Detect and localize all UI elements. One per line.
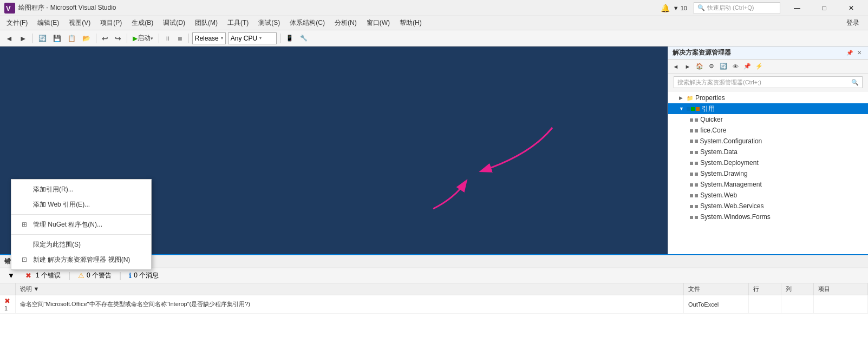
context-menu-sep-2 xyxy=(11,234,151,235)
error-filter-messages[interactable]: ℹ 0 个消息 xyxy=(126,270,162,281)
menu-test[interactable]: 测试(S) xyxy=(254,17,284,29)
notification-icon[interactable]: 🔔 xyxy=(661,4,670,12)
solution-filter-button[interactable]: ⚡ xyxy=(754,61,765,72)
platform-dropdown-arrow: ▾ xyxy=(259,36,262,41)
error-row-desc: 命名空间"Microsoft.Office"中不存在类型或命名空间名称"Inte… xyxy=(15,295,684,314)
tree-item-sysdraw[interactable]: System.Drawing xyxy=(668,168,868,179)
solution-search-icon: 🔍 xyxy=(851,79,859,86)
refresh-button[interactable]: 🔄 xyxy=(36,32,49,45)
references-icon xyxy=(687,107,700,111)
solution-search-placeholder: 搜索解决方案资源管理器(Ctrl+;) xyxy=(677,78,851,87)
ref-syswebsvc-icon xyxy=(690,202,698,210)
solution-explorer-title: 解决方案资源管理器 xyxy=(673,48,731,57)
col-file-header[interactable]: 文件 xyxy=(684,283,749,295)
solution-back-button[interactable]: ◄ xyxy=(670,61,681,72)
redo-button[interactable]: ↪ xyxy=(113,32,123,45)
forward-button[interactable]: ► xyxy=(17,32,29,45)
menu-view[interactable]: 视图(V) xyxy=(64,17,95,29)
context-menu-new-view[interactable]: ⊡ 新建 解决方案资源管理器 视图(N) xyxy=(11,252,151,267)
nuget-icon: ⊞ xyxy=(20,220,29,229)
solution-home-button[interactable]: 🏠 xyxy=(694,61,705,72)
menu-debug[interactable]: 调试(D) xyxy=(159,17,190,29)
maximize-button[interactable]: □ xyxy=(812,0,837,16)
tree-item-properties[interactable]: ▶ 📁 Properties xyxy=(668,92,868,103)
menu-build[interactable]: 生成(B) xyxy=(127,17,158,29)
error-filter-dropdown[interactable]: ▼ xyxy=(4,270,18,281)
tree-item-sysdata[interactable]: System.Data xyxy=(668,147,868,157)
device-button[interactable]: 📱 xyxy=(284,32,296,45)
context-menu-add-web-ref[interactable]: 添加 Web 引用(E)... xyxy=(11,197,151,212)
error-filter-warnings[interactable]: ⚠ 0 个警告 xyxy=(75,270,115,281)
panel-pin-button[interactable]: 📌 xyxy=(845,49,854,57)
tree-item-references-label: 引用 xyxy=(702,104,715,114)
tree-item-sysmgmt[interactable]: System.Management xyxy=(668,179,868,190)
back-button[interactable]: ◄ xyxy=(3,32,15,45)
info-count: 0 个消息 xyxy=(134,271,159,280)
col-project-header: 项目 xyxy=(814,283,868,295)
tree-item-syswinforms[interactable]: System.Windows.Forms xyxy=(668,211,868,222)
stop-button[interactable]: ⏹ xyxy=(175,32,185,45)
title-bar: V 绘图程序 - Microsoft Visual Studio 🔔 ▼ 10 … xyxy=(0,0,868,16)
tree-item-syswebsvc-label: System.Web.Services xyxy=(700,202,763,210)
close-button[interactable]: ✕ xyxy=(839,0,864,16)
error-row-line xyxy=(749,295,781,314)
error-row-project xyxy=(814,295,868,314)
config-dropdown-arrow: ▾ xyxy=(221,36,223,41)
menu-analyze[interactable]: 分析(N) xyxy=(330,17,361,29)
ref-quicker-icon xyxy=(690,116,698,123)
start-button[interactable]: ▶ 启动 ▾ xyxy=(130,32,155,45)
tree-item-sysweb[interactable]: System.Web xyxy=(668,190,868,201)
configuration-dropdown[interactable]: Release ▾ xyxy=(192,32,226,44)
solution-search-input[interactable]: 搜索解决方案资源管理器(Ctrl+;) 🔍 xyxy=(674,76,863,88)
quick-launch-search[interactable]: 🔍 快速启动 (Ctrl+Q) xyxy=(694,2,780,14)
menu-team[interactable]: 团队(M) xyxy=(191,17,222,29)
ref-syswinforms-icon xyxy=(690,213,698,221)
open-button[interactable]: 📂 xyxy=(80,32,93,45)
context-menu-nuget[interactable]: ⊞ 管理 NuGet 程序包(N)... xyxy=(11,217,151,232)
toolbar-separator-5 xyxy=(188,34,189,43)
menu-window[interactable]: 窗口(W) xyxy=(362,17,394,29)
solution-pin-button[interactable]: 📌 xyxy=(742,61,753,72)
menu-help[interactable]: 帮助(H) xyxy=(395,17,426,29)
login-button[interactable]: 登录 xyxy=(840,17,866,29)
error-row-1[interactable]: ✖ 1 命名空间"Microsoft.Office"中不存在类型或命名空间名称"… xyxy=(0,295,868,314)
error-row-col xyxy=(781,295,814,314)
context-menu: 添加引用(R)... 添加 Web 引用(E)... ⊞ 管理 NuGet 程序… xyxy=(11,179,152,270)
menu-tools[interactable]: 工具(T) xyxy=(223,17,253,29)
tree-item-references[interactable]: ▼ 引用 xyxy=(668,103,868,114)
expand-references-icon: ▼ xyxy=(679,106,687,111)
toolbar-separator-4 xyxy=(159,34,159,43)
error-count: 1 个错误 xyxy=(36,271,61,280)
ref-officecore-icon xyxy=(690,127,698,134)
tree-item-quicker[interactable]: Quicker xyxy=(668,114,868,125)
menu-arch[interactable]: 体系结构(C) xyxy=(285,17,329,29)
context-menu-scope[interactable]: 限定为此范围(S) xyxy=(11,237,151,252)
solution-settings-button[interactable]: ⚙ xyxy=(706,61,717,72)
solution-forward-button[interactable]: ► xyxy=(682,61,693,72)
warning-count: 0 个警告 xyxy=(87,271,112,280)
menu-project[interactable]: 项目(P) xyxy=(96,17,126,29)
save-all-button[interactable]: 📋 xyxy=(66,32,78,45)
tree-item-sysconfg[interactable]: System.Configuration xyxy=(668,136,868,147)
save-button[interactable]: 💾 xyxy=(51,32,63,45)
solution-view-button[interactable]: 👁 xyxy=(730,61,741,72)
menu-file[interactable]: 文件(F) xyxy=(2,17,32,29)
tree-item-sysconfg-label: System.Configuration xyxy=(700,137,762,145)
undo-button[interactable]: ↩ xyxy=(100,32,110,45)
tree-item-officecore[interactable]: fice.Core xyxy=(668,125,868,136)
warning-icon: ⚠ xyxy=(78,271,84,280)
context-menu-add-ref[interactable]: 添加引用(R)... xyxy=(11,182,151,197)
panel-close-button[interactable]: ✕ xyxy=(855,49,864,57)
menu-edit[interactable]: 编辑(E) xyxy=(33,17,63,29)
attach-button[interactable]: 🔧 xyxy=(298,32,310,45)
minimize-button[interactable]: — xyxy=(785,0,810,16)
pause-button[interactable]: ⏸ xyxy=(162,32,173,45)
solution-explorer-title-bar: 解决方案资源管理器 📌 ✕ xyxy=(668,47,868,59)
tree-item-sysdeploy[interactable]: System.Deployment xyxy=(668,157,868,168)
platform-dropdown[interactable]: Any CPU ▾ xyxy=(228,32,277,44)
solution-refresh-button[interactable]: 🔄 xyxy=(718,61,729,72)
context-menu-scope-label: 限定为此范围(S) xyxy=(33,240,81,249)
tree-item-syswebsvc[interactable]: System.Web.Services xyxy=(668,201,868,211)
error-filter-errors[interactable]: ✖ 1 个错误 xyxy=(22,270,64,281)
col-desc-header[interactable]: 说明 ▼ xyxy=(15,283,684,295)
